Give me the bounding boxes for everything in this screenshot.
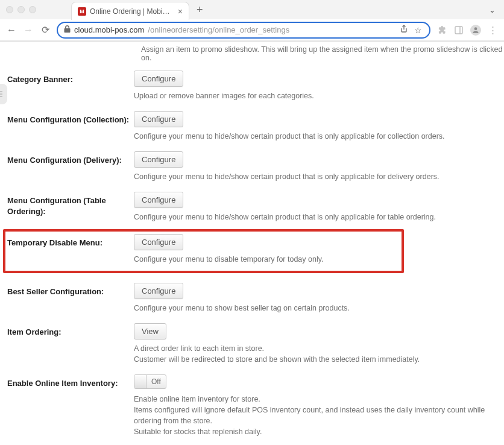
best-seller-config-configure-button[interactable]: Configure	[134, 283, 183, 299]
setting-row-category-banner: Category Banner:ConfigureUpload or remov…	[7, 67, 504, 101]
new-tab-button[interactable]: +	[197, 4, 203, 16]
item-ordering-description: A direct order link to each item in stor…	[134, 343, 499, 365]
category-banner-description: Upload or remove banner images for each …	[134, 90, 499, 101]
minimize-window-button[interactable]	[17, 6, 25, 13]
svg-point-2	[474, 27, 477, 30]
close-window-button[interactable]	[6, 6, 13, 13]
tab-title: Online Ordering | MobiPOS	[90, 7, 174, 16]
window-controls	[6, 6, 36, 13]
url-host: cloud.mobi-pos.com	[74, 25, 144, 34]
menu-config-table-description: Configure your menu to hide/show certain…	[134, 212, 499, 222]
forward-button[interactable]: →	[23, 25, 34, 36]
menu-config-collection-label: Menu Configuration (Collection):	[7, 111, 134, 125]
setting-row-menu-config-delivery: Menu Configuration (Delivery):ConfigureC…	[7, 148, 504, 182]
menu-config-table-value: ConfigureConfigure your menu to hide/sho…	[134, 192, 504, 222]
menu-config-collection-configure-button[interactable]: Configure	[134, 111, 183, 127]
menu-config-table-label: Menu Configuration (Table Ordering):	[7, 192, 134, 216]
setting-row-best-seller-config: Best Seller Configuration:ConfigureConfi…	[7, 279, 504, 314]
best-seller-config-value: ConfigureConfigure your menu to show bes…	[134, 283, 504, 314]
temporary-disable-menu-description: Configure your menu to disable temporary…	[134, 254, 397, 265]
menu-config-delivery-description: Configure your menu to hide/show certain…	[134, 171, 499, 182]
promo-slideshow-desc: Assign an item to promo slideshow. This …	[7, 45, 504, 62]
enable-online-item-inventory-label: Enable Online Item Inventory:	[7, 374, 134, 389]
setting-row-enable-online-item-inventory: Enable Online Item Inventory:OffEnable o…	[7, 371, 504, 438]
menu-config-table-configure-button[interactable]: Configure	[134, 192, 183, 208]
svg-rect-0	[455, 27, 462, 34]
setting-row-temporary-disable-menu: Temporary Disable Menu:ConfigureConfigur…	[3, 229, 404, 273]
category-banner-configure-button[interactable]: Configure	[134, 71, 183, 87]
back-button[interactable]: ←	[6, 25, 17, 36]
menu-config-delivery-label: Menu Configuration (Delivery):	[7, 151, 134, 166]
browser-toolbar: ← → ⟳ cloud.mobi-pos.com/onlineordersett…	[0, 19, 504, 41]
close-tab-icon[interactable]: ×	[178, 7, 183, 16]
best-seller-config-label: Best Seller Configuration:	[7, 283, 134, 297]
temporary-disable-menu-configure-button[interactable]: Configure	[134, 234, 183, 250]
best-seller-config-description: Configure your menu to show best seller …	[134, 303, 499, 314]
category-banner-value: ConfigureUpload or remove banner images …	[134, 71, 504, 101]
star-icon[interactable]: ☆	[413, 25, 423, 35]
item-ordering-label: Item Ordering:	[7, 323, 134, 338]
toggle-knob	[134, 375, 146, 388]
reload-button[interactable]: ⟳	[40, 24, 51, 36]
side-handle[interactable]	[0, 84, 7, 104]
item-ordering-view-button[interactable]: View	[134, 323, 166, 339]
tab-favicon: M	[78, 7, 86, 16]
item-ordering-value: ViewA direct order link to each item in …	[134, 323, 504, 365]
maximize-window-button[interactable]	[29, 6, 36, 13]
browser-tab[interactable]: M Online Ordering | MobiPOS ×	[71, 2, 189, 20]
url-path: /onlineordersetting/online_order_setting…	[148, 25, 289, 34]
address-bar[interactable]: cloud.mobi-pos.com/onlineordersetting/on…	[57, 22, 430, 39]
enable-online-item-inventory-toggle[interactable]: Off	[134, 374, 166, 389]
category-banner-label: Category Banner:	[7, 71, 134, 85]
enable-online-item-inventory-value: OffEnable online item inventory for stor…	[134, 374, 504, 438]
setting-row-menu-config-table: Menu Configuration (Table Ordering):Conf…	[7, 188, 504, 222]
panel-icon[interactable]	[453, 26, 464, 34]
profile-avatar[interactable]	[470, 25, 481, 36]
window-title-bar: M Online Ordering | MobiPOS × + ⌄	[0, 0, 504, 19]
extensions-icon[interactable]	[436, 25, 447, 34]
setting-row-item-ordering: Item Ordering:ViewA direct order link to…	[7, 320, 504, 365]
temporary-disable-menu-value: ConfigureConfigure your menu to disable …	[134, 234, 402, 265]
lock-icon	[64, 25, 71, 34]
enable-online-item-inventory-description: Enable online item inventory for store.I…	[134, 394, 499, 438]
tab-list-button[interactable]: ⌄	[489, 5, 496, 14]
menu-config-delivery-value: ConfigureConfigure your menu to hide/sho…	[134, 151, 504, 182]
toggle-label: Off	[146, 377, 166, 386]
menu-config-delivery-configure-button[interactable]: Configure	[134, 151, 183, 168]
menu-config-collection-description: Configure your menu to hide/show certain…	[134, 131, 499, 142]
temporary-disable-menu-label: Temporary Disable Menu:	[7, 234, 134, 248]
menu-icon[interactable]: ⋮	[487, 25, 498, 36]
menu-config-collection-value: ConfigureConfigure your menu to hide/sho…	[134, 111, 504, 142]
setting-row-menu-config-collection: Menu Configuration (Collection):Configur…	[7, 107, 504, 142]
share-icon[interactable]	[398, 25, 409, 35]
